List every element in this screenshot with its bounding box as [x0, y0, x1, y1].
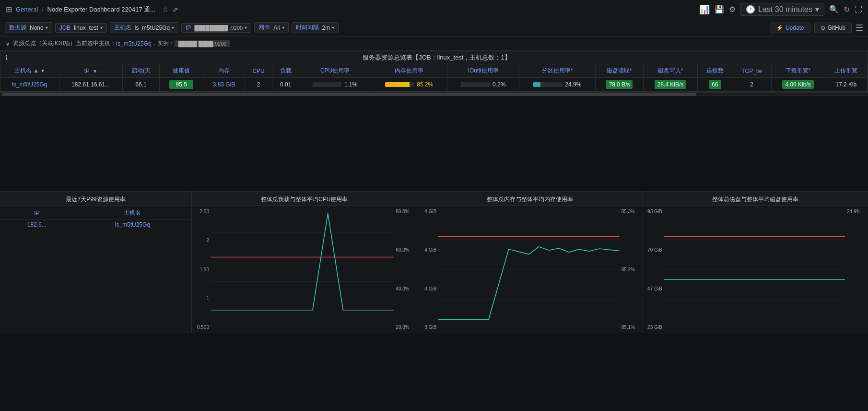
- disk-y-label-3: 23 GiB: [645, 325, 662, 330]
- p99-panel-title: 最近7天P99资源使用率: [0, 192, 191, 206]
- disk-right-label-0: 24.9%: [847, 209, 866, 214]
- cpu-y-label-4: 0.500: [194, 325, 209, 330]
- table-row[interactable]: ls_m5tU25Gq 182.61.16.61... 66.1 95.5 3.…: [0, 78, 868, 92]
- section-header: ∨ 资源总览（关联JOB项）当前选中主机： ls_m5tU25Gq ，实例： █…: [0, 36, 868, 51]
- interval-label: 时间间隔: [296, 24, 319, 32]
- col-health: 健康值: [160, 64, 203, 78]
- cpu-y-right-axis: 80.0% 60.0% 40.0% 20.0%: [394, 208, 417, 331]
- host-label: 主机名: [114, 24, 131, 32]
- col-upload: 上传带宽: [825, 64, 867, 78]
- github-button[interactable]: ⊙ GitHub: [814, 23, 852, 33]
- mem-right-label-1: 85.2%: [622, 267, 641, 272]
- add-panel-icon[interactable]: 📊: [699, 4, 710, 15]
- col-disk-read: 磁盘读取*: [596, 64, 643, 78]
- disk-chart-area: [664, 208, 845, 331]
- col-ip[interactable]: IP ▼: [59, 64, 122, 78]
- nic-value: All: [273, 24, 280, 31]
- disk-y-label-0: 93 GiB: [645, 209, 662, 214]
- interval-arrow: ▾: [332, 25, 334, 30]
- zoom-out-icon[interactable]: 🔍: [829, 5, 839, 14]
- col-mem-usage: 内存使用率: [371, 64, 447, 78]
- datasource-filter[interactable]: 数据源 None ▾: [5, 22, 52, 33]
- cpu-load-panel: 整体总负载与整体平均CPU使用率 2.50 2 1.50 1 0.500: [192, 192, 417, 333]
- p99-col-host: 主机名: [74, 207, 191, 219]
- panel-title: 服务器资源总览表【JOB：linux_test，主机总数：1】: [11, 53, 863, 62]
- table-scrollbar[interactable]: [0, 92, 868, 96]
- github-icon: ⊙: [821, 24, 825, 31]
- section-host-ip: █████ ████.9200: [175, 40, 231, 47]
- cell-cpu-usage: 1.1%: [299, 78, 371, 92]
- p99-col-ip: IP: [0, 207, 74, 219]
- host-filter[interactable]: 主机名 ls_m5tU25Gq ▾: [110, 22, 178, 33]
- p99-row[interactable]: 182.6... ls_m5tU25Gq: [0, 219, 191, 230]
- job-arrow: ▾: [100, 25, 103, 30]
- cell-tcp-tw: 2: [732, 78, 771, 92]
- save-icon[interactable]: 💾: [715, 5, 724, 14]
- breadcrumb-dashboard[interactable]: Node Exporter Dashboard 220417 通...: [47, 5, 155, 14]
- lightning-icon: ⚡: [776, 24, 783, 31]
- cpu-right-label-1: 60.0%: [396, 247, 415, 253]
- table-panel: ℹ 服务器资源总览表【JOB：linux_test，主机总数：1】 主机名 ▲▼…: [0, 51, 868, 92]
- panel-info-bar: ℹ 服务器资源总览表【JOB：linux_test，主机总数：1】: [0, 51, 868, 64]
- disk-y-label-2: 47 GiB: [645, 286, 662, 291]
- cell-disk-read: 78.0 B/s: [596, 78, 643, 92]
- mem-y-right-axis: 85.3% 85.2% 85.1%: [620, 208, 643, 331]
- hamburger-menu[interactable]: ☰: [856, 23, 863, 33]
- table-header-row: 主机名 ▲▼ IP ▼ 启动(天 健康值 内存 CPU 负载 CPU使用率 内存…: [0, 64, 868, 78]
- time-range-label: Last 30 minutes: [758, 5, 812, 14]
- ip-arrow: ▾: [245, 25, 247, 30]
- interval-value: 2m: [322, 24, 330, 31]
- breadcrumb-general[interactable]: General: [16, 6, 38, 13]
- section-comma: ，实例：: [152, 39, 175, 48]
- interval-filter[interactable]: 时间间隔 2m ▾: [292, 22, 339, 33]
- job-label: JOB: [59, 24, 70, 31]
- share-icon[interactable]: ⇗: [172, 5, 178, 14]
- cpu-chart-svg: [211, 208, 394, 331]
- p99-header-row: IP 主机名: [0, 207, 191, 219]
- datasource-value: None: [30, 24, 44, 31]
- mem-chart-area: [438, 208, 619, 331]
- cpu-right-label-0: 80.0%: [396, 209, 415, 214]
- col-host[interactable]: 主机名 ▲▼: [0, 64, 59, 78]
- cell-host: ls_m5tU25Gq: [0, 78, 59, 92]
- cpu-chart-area: [211, 208, 394, 331]
- time-arrow-icon: ▾: [815, 5, 819, 14]
- github-label: GitHub: [828, 24, 845, 31]
- cell-download: 4.06 Kib/s: [771, 78, 825, 92]
- memory-panel: 整体总内存与整体平均内存使用率 4 GiB 4 GiB 4 GiB 3 GiB: [417, 192, 643, 333]
- p99-table: IP 主机名 182.6... ls_m5tU25Gq: [0, 207, 191, 230]
- mem-y-label-3: 3 GiB: [419, 325, 436, 330]
- nic-filter[interactable]: 网卡 All ▾: [254, 22, 288, 33]
- update-button[interactable]: ⚡ Update: [770, 23, 810, 33]
- job-filter[interactable]: JOB linux_test ▾: [55, 23, 107, 33]
- p99-host: ls_m5tU25Gq: [74, 219, 191, 230]
- star-icon[interactable]: ☆: [162, 5, 168, 14]
- disk-panel: 整体总磁盘与整体平均磁盘使用率 93 GiB 70 GiB 47 GiB 23 …: [643, 192, 868, 333]
- col-disk-usage: 分区使用率*: [519, 64, 596, 78]
- mem-right-label-2: 85.1%: [622, 325, 641, 330]
- col-disk-write: 磁盘写入*: [643, 64, 698, 78]
- ip-filter[interactable]: IP █████████ :9200 ▾: [181, 23, 251, 33]
- info-icon: ℹ: [5, 54, 8, 61]
- job-value: linux_test: [74, 24, 98, 31]
- nic-arrow: ▾: [282, 25, 284, 30]
- cpu-y-label-2: 1.50: [194, 267, 209, 272]
- cell-connections: 66: [698, 78, 732, 92]
- refresh-icon[interactable]: ↻: [844, 5, 850, 14]
- breadcrumb-sep: /: [42, 6, 43, 13]
- disk-y-label-1: 70 GiB: [645, 247, 662, 253]
- settings-icon[interactable]: ⚙: [729, 5, 736, 14]
- time-range-picker[interactable]: 🕐 Last 30 minutes ▾: [740, 3, 824, 16]
- cell-load: 0.01: [272, 78, 299, 92]
- cell-cpu: 2: [245, 78, 272, 92]
- filter-right-actions: ⚡ Update ⊙ GitHub ☰: [770, 23, 863, 33]
- collapse-arrow[interactable]: ∨: [6, 40, 10, 47]
- nav-right-icons: 📊 💾 ⚙ 🕐 Last 30 minutes ▾ 🔍 ↻ ⛶: [699, 3, 862, 16]
- cell-upload: 17.2 Kib: [825, 78, 867, 92]
- cpu-y-label-0: 2.50: [194, 209, 209, 214]
- bottom-section: 最近7天P99资源使用率 IP 主机名 182.6... ls_m5tU25Gq…: [0, 191, 868, 333]
- grid-icon[interactable]: ⊞: [6, 5, 12, 14]
- cell-health: 95.5: [160, 78, 203, 92]
- expand-icon[interactable]: ⛶: [855, 5, 862, 14]
- host-value: ls_m5tU25Gq: [135, 24, 170, 31]
